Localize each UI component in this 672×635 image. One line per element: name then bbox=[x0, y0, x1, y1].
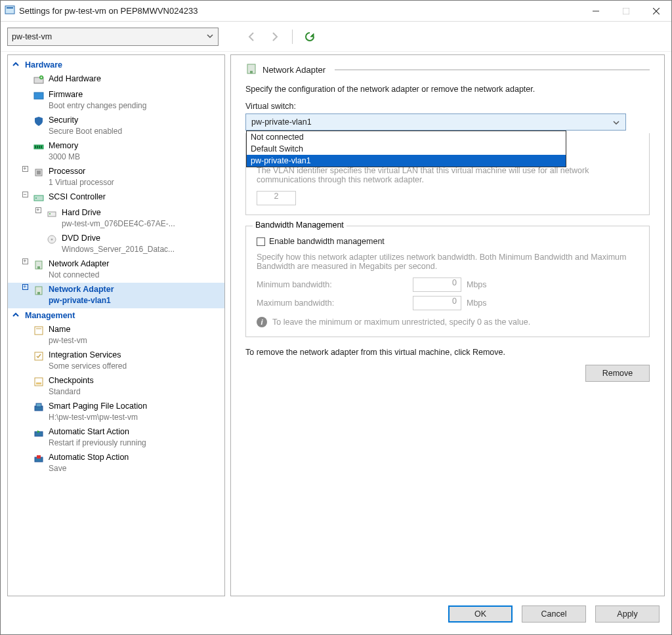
bandwidth-group: Bandwidth Management Enable bandwidth ma… bbox=[245, 226, 650, 337]
tree-item-integration[interactable]: Integration Services Some services offer… bbox=[8, 348, 224, 374]
svg-rect-39 bbox=[250, 71, 253, 73]
paging-icon bbox=[33, 401, 45, 413]
cpu-icon bbox=[33, 166, 45, 178]
window-title: Settings for pw-test-vm on PEP8MWVN02423… bbox=[19, 6, 198, 16]
tree-item-auto-stop[interactable]: Automatic Stop Action Save bbox=[8, 451, 224, 476]
dvd-icon bbox=[46, 233, 58, 245]
section-management-label: Management bbox=[25, 311, 75, 320]
tree-item-firmware[interactable]: Firmware Boot entry changes pending bbox=[8, 88, 224, 113]
nav-forward-button[interactable] bbox=[266, 28, 284, 46]
tree-item-scsi[interactable]: − SCSI Controller bbox=[8, 190, 224, 206]
maximize-button[interactable] bbox=[611, 1, 641, 22]
section-hardware-label: Hardware bbox=[25, 60, 62, 70]
svg-rect-17 bbox=[37, 171, 41, 174]
svg-rect-31 bbox=[35, 378, 43, 386]
integration-icon bbox=[33, 350, 45, 361]
name-icon bbox=[33, 324, 45, 336]
svg-rect-20 bbox=[48, 212, 56, 216]
hard-drive-icon bbox=[46, 207, 58, 219]
virtual-switch-options: Not connected Default Switch pw-private-… bbox=[246, 131, 566, 167]
expand-icon[interactable]: + bbox=[35, 207, 41, 213]
vm-selector-dropdown[interactable]: pw-test-vm bbox=[7, 28, 219, 46]
expand-icon[interactable]: + bbox=[22, 258, 28, 264]
tree-item-checkpoints[interactable]: Checkpoints Standard bbox=[8, 374, 224, 399]
virtual-switch-dropdown[interactable]: pw-private-vlan1 Not connected Default S… bbox=[245, 113, 626, 131]
tree-item-hard-drive[interactable]: + Hard Drive pw-test-vm_076DEE4C-67AE-..… bbox=[8, 206, 224, 232]
bandwidth-info: To leave the minimum or maximum unrestri… bbox=[272, 318, 530, 327]
close-button[interactable] bbox=[641, 1, 671, 22]
info-icon: i bbox=[257, 317, 267, 327]
auto-stop-icon bbox=[33, 452, 45, 464]
minimize-button[interactable] bbox=[581, 1, 611, 22]
enable-bandwidth-checkbox[interactable] bbox=[257, 237, 265, 246]
remove-button[interactable]: Remove bbox=[585, 365, 650, 382]
category-tree[interactable]: Hardware Add Hardware Firmware Boot entr… bbox=[7, 54, 225, 596]
memory-icon bbox=[33, 140, 45, 152]
chevron-up-icon bbox=[12, 60, 21, 70]
checkpoints-icon bbox=[33, 375, 45, 387]
app-icon bbox=[5, 5, 15, 17]
svg-rect-27 bbox=[37, 292, 40, 295]
expand-icon[interactable]: + bbox=[22, 166, 28, 172]
tree-item-security[interactable]: Security Secure Boot enabled bbox=[8, 113, 224, 139]
svg-rect-34 bbox=[36, 403, 41, 407]
network-adapter-icon bbox=[33, 284, 45, 296]
tree-item-network-adapter-2[interactable]: + Network Adapter pw-private-vlan1 bbox=[8, 283, 224, 308]
vm-selector-value: pw-test-vm bbox=[12, 32, 52, 41]
chevron-up-icon bbox=[12, 311, 21, 320]
tree-item-smart-paging[interactable]: Smart Paging File Location H:\pw-test-vm… bbox=[8, 399, 224, 425]
min-bandwidth-label: Minimum bandwidth: bbox=[257, 280, 408, 289]
svg-rect-25 bbox=[37, 266, 40, 269]
tree-item-processor[interactable]: + Processor 1 Virtual processor bbox=[8, 165, 224, 190]
firmware-icon bbox=[33, 89, 45, 101]
refresh-button[interactable] bbox=[301, 28, 319, 46]
detail-panel: Network Adapter Specify the configuratio… bbox=[230, 54, 665, 596]
main-content: Hardware Add Hardware Firmware Boot entr… bbox=[1, 52, 671, 602]
tree-item-memory[interactable]: Memory 3000 MB bbox=[8, 139, 224, 165]
ok-button[interactable]: OK bbox=[448, 605, 513, 623]
svg-rect-14 bbox=[39, 146, 40, 148]
svg-rect-13 bbox=[37, 146, 38, 148]
tree-item-network-adapter-1[interactable]: + Network Adapter Not connected bbox=[8, 257, 224, 283]
min-bandwidth-input[interactable]: 0 bbox=[413, 277, 461, 292]
option-pw-private-vlan1[interactable]: pw-private-vlan1 bbox=[247, 155, 566, 167]
max-bandwidth-input[interactable]: 0 bbox=[413, 296, 461, 310]
bandwidth-unit: Mbps bbox=[467, 280, 487, 289]
svg-rect-3 bbox=[623, 8, 629, 14]
network-adapter-icon bbox=[245, 63, 257, 77]
section-hardware[interactable]: Hardware bbox=[8, 58, 224, 72]
settings-window: Settings for pw-test-vm on PEP8MWVN02423… bbox=[0, 0, 672, 635]
cancel-button[interactable]: Cancel bbox=[522, 605, 586, 623]
virtual-switch-label: Virtual switch: bbox=[245, 102, 650, 111]
panel-title: Network Adapter bbox=[262, 65, 326, 75]
svg-rect-28 bbox=[35, 327, 43, 335]
section-management[interactable]: Management bbox=[8, 308, 224, 323]
auto-start-icon bbox=[33, 426, 45, 438]
bandwidth-unit: Mbps bbox=[467, 298, 487, 308]
option-not-connected[interactable]: Not connected bbox=[247, 131, 566, 143]
expand-icon[interactable]: + bbox=[22, 284, 28, 290]
svg-rect-12 bbox=[35, 146, 36, 148]
nav-back-button[interactable] bbox=[242, 28, 261, 46]
svg-rect-10 bbox=[34, 92, 43, 99]
tree-item-add-hardware[interactable]: Add Hardware bbox=[8, 72, 224, 88]
tree-item-name[interactable]: Name pw-test-vm bbox=[8, 323, 224, 348]
scsi-icon bbox=[33, 192, 45, 203]
collapse-icon[interactable]: − bbox=[22, 192, 28, 197]
add-hardware-icon bbox=[33, 73, 45, 85]
option-default-switch[interactable]: Default Switch bbox=[247, 143, 566, 155]
apply-button[interactable]: Apply bbox=[595, 605, 660, 623]
divider bbox=[335, 70, 650, 70]
toolbar: pw-test-vm bbox=[1, 22, 671, 52]
tree-item-dvd-drive[interactable]: DVD Drive Windows_Server_2016_Datac... bbox=[8, 232, 224, 257]
svg-rect-35 bbox=[35, 432, 43, 436]
vlan-id-input[interactable]: 2 bbox=[257, 191, 296, 205]
panel-description: Specify the configuration of the network… bbox=[245, 85, 650, 94]
chevron-down-icon bbox=[612, 119, 620, 129]
svg-point-21 bbox=[49, 213, 51, 215]
vlan-description: The VLAN identifier specifies the virtua… bbox=[257, 166, 639, 184]
bandwidth-legend: Bandwidth Management bbox=[253, 220, 346, 230]
tree-item-auto-start[interactable]: Automatic Start Action Restart if previo… bbox=[8, 425, 224, 451]
svg-rect-15 bbox=[41, 146, 42, 148]
titlebar: Settings for pw-test-vm on PEP8MWVN02423… bbox=[1, 1, 671, 22]
